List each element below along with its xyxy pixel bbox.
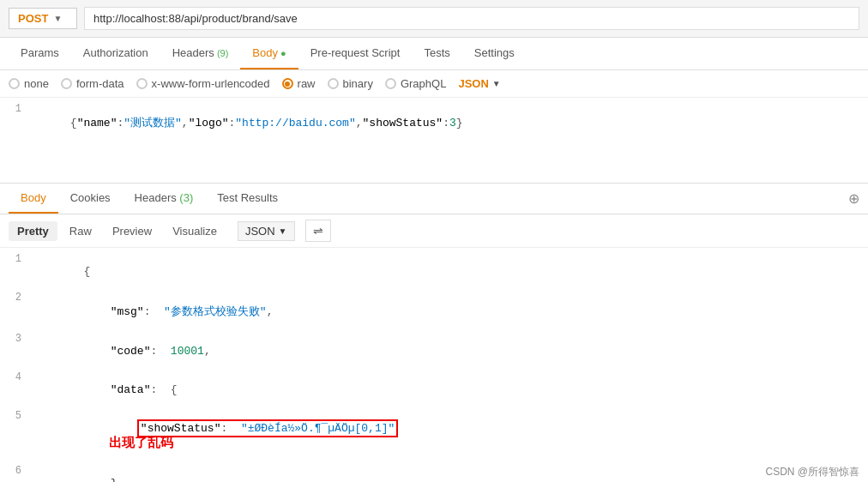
body-options: none form-data x-www-form-urlencoded raw… — [0, 70, 868, 98]
resp-headers-badge: (3) — [177, 191, 194, 204]
radio-binary — [328, 78, 339, 89]
radio-raw — [282, 78, 293, 89]
resp-tab-body[interactable]: Body — [9, 184, 58, 214]
option-form-data[interactable]: form-data — [61, 77, 124, 90]
tab-authorization[interactable]: Authorization — [71, 38, 160, 69]
url-input[interactable] — [84, 7, 859, 30]
resp-line-2: 2 "msg": "参数格式校验失败", — [0, 291, 868, 332]
tab-headers[interactable]: Headers (9) — [160, 38, 241, 69]
tab-pre-request-script[interactable]: Pre-request Script — [298, 38, 413, 69]
tab-body[interactable]: Body ● — [240, 38, 298, 69]
method-dropdown[interactable]: POST ▼ — [9, 8, 77, 29]
tab-params[interactable]: Params — [9, 38, 71, 69]
resp-visualize-btn[interactable]: Visualize — [164, 221, 226, 241]
resp-line-6: 6 } — [0, 464, 868, 482]
response-tabs: Body Cookies Headers (3) Test Results ⊕ — [0, 184, 868, 214]
highlighted-value: "showStatus": "±ØÐèÍa½»Ö.¶¯µÄÖµ[0,1]" — [137, 419, 398, 437]
json-dropdown-arrow-icon: ▼ — [492, 79, 501, 88]
method-chevron-icon: ▼ — [53, 14, 62, 23]
option-raw[interactable]: raw — [282, 77, 316, 90]
method-label: POST — [18, 12, 48, 25]
resp-preview-btn[interactable]: Preview — [104, 221, 160, 241]
annotation-text: 出现了乱码 — [109, 435, 173, 449]
option-none[interactable]: none — [9, 77, 49, 90]
request-code-content: {"name":"测试数据","logo":"http://baidu.com"… — [30, 102, 868, 143]
request-tabs: Params Authorization Headers (9) Body ● … — [0, 38, 868, 70]
response-body: 1 { 2 "msg": "参数格式校验失败", 3 "code": 10001… — [0, 248, 868, 482]
resp-pretty-btn[interactable]: Pretty — [9, 221, 57, 241]
footer: CSDN @所得智惊喜 — [756, 462, 868, 482]
tab-settings[interactable]: Settings — [462, 38, 527, 69]
tab-tests[interactable]: Tests — [412, 38, 461, 69]
url-bar: POST ▼ — [0, 0, 868, 38]
resp-tab-cookies[interactable]: Cookies — [58, 184, 123, 214]
option-graphql[interactable]: GraphQL — [385, 77, 446, 90]
resp-format-dropdown[interactable]: JSON ▼ — [238, 221, 295, 241]
resp-tab-test-results[interactable]: Test Results — [205, 184, 290, 214]
resp-format-arrow-icon: ▼ — [279, 226, 287, 236]
radio-none — [9, 78, 20, 89]
headers-badge: (9) — [214, 48, 229, 58]
radio-url-encoded — [136, 78, 148, 89]
resp-toolbar: Pretty Raw Preview Visualize JSON ▼ ⇌ — [0, 214, 868, 248]
request-body-editor[interactable]: 1 {"name":"测试数据","logo":"http://baidu.co… — [0, 98, 868, 184]
option-url-encoded[interactable]: x-www-form-urlencoded — [136, 77, 270, 90]
option-binary[interactable]: binary — [328, 77, 373, 90]
radio-graphql — [385, 78, 396, 89]
resp-raw-btn[interactable]: Raw — [61, 221, 100, 241]
wrap-icon[interactable]: ⇌ — [305, 220, 331, 242]
resp-line-1: 1 { — [0, 252, 868, 291]
radio-form-data — [61, 78, 72, 89]
resp-line-3: 3 "code": 10001, — [0, 332, 868, 371]
resp-tab-headers[interactable]: Headers (3) — [123, 184, 206, 214]
body-badge: ● — [278, 48, 286, 58]
footer-text: CSDN @所得智惊喜 — [765, 466, 859, 478]
resp-line-4: 4 "data": { — [0, 371, 868, 409]
resp-line-5: 5 "showStatus": "±ØÐèÍa½»Ö.¶¯µÄÖµ[0,1]" … — [0, 409, 868, 464]
globe-icon[interactable]: ⊕ — [848, 190, 859, 207]
response-section: Body Cookies Headers (3) Test Results ⊕ … — [0, 184, 868, 482]
json-format-dropdown[interactable]: JSON ▼ — [458, 77, 500, 90]
request-code-line-1: 1 {"name":"测试数据","logo":"http://baidu.co… — [0, 102, 868, 143]
